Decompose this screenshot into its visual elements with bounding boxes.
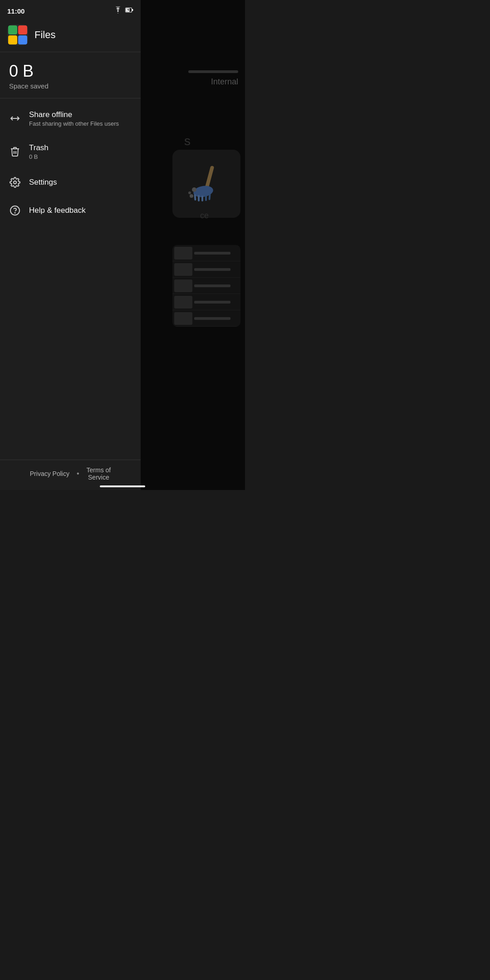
trash-label: Trash	[29, 143, 49, 152]
menu-item-settings[interactable]: Settings	[0, 168, 141, 196]
app-logo	[7, 24, 28, 45]
svg-rect-14	[8, 25, 17, 34]
share-offline-icon	[9, 113, 21, 124]
status-icons	[113, 6, 133, 15]
svg-rect-17	[18, 25, 27, 34]
share-offline-label: Share offline	[29, 110, 119, 119]
status-time: 11:00	[7, 7, 24, 15]
share-offline-text: Share offline Fast sharing with other Fi…	[29, 110, 119, 127]
settings-text: Settings	[29, 178, 57, 187]
navigation-drawer: 11:00	[0, 0, 141, 490]
trash-icon	[9, 146, 21, 157]
svg-rect-12	[132, 9, 133, 11]
svg-rect-16	[8, 35, 17, 44]
app-title: Files	[34, 29, 55, 41]
menu-list: Share offline Fast sharing with other Fi…	[0, 98, 141, 460]
space-value: 0 B	[9, 62, 132, 80]
svg-point-19	[14, 181, 16, 184]
trash-text: Trash 0 B	[29, 143, 49, 160]
settings-label: Settings	[29, 178, 57, 187]
privacy-policy-link[interactable]: Privacy Policy	[30, 470, 69, 477]
footer-dot: •	[77, 470, 79, 478]
home-indicator	[100, 485, 145, 487]
settings-icon	[9, 176, 21, 188]
space-label: Space saved	[9, 82, 132, 90]
wifi-icon	[113, 6, 122, 15]
share-offline-sublabel: Fast sharing with other Files users	[29, 120, 119, 127]
help-feedback-label: Help & feedback	[29, 206, 86, 215]
help-icon	[9, 205, 21, 216]
terms-of-service-link[interactable]: Terms of Service	[87, 466, 111, 481]
trash-sublabel: 0 B	[29, 153, 49, 160]
status-bar: 11:00	[0, 0, 141, 20]
menu-item-share-offline[interactable]: Share offline Fast sharing with other Fi…	[0, 102, 141, 135]
svg-rect-15	[18, 35, 27, 44]
battery-icon	[125, 6, 133, 15]
space-section: 0 B Space saved	[0, 52, 141, 98]
menu-item-trash[interactable]: Trash 0 B	[0, 135, 141, 168]
help-feedback-text: Help & feedback	[29, 206, 86, 215]
app-header: Files	[0, 20, 141, 52]
menu-item-help-feedback[interactable]: Help & feedback	[0, 196, 141, 225]
